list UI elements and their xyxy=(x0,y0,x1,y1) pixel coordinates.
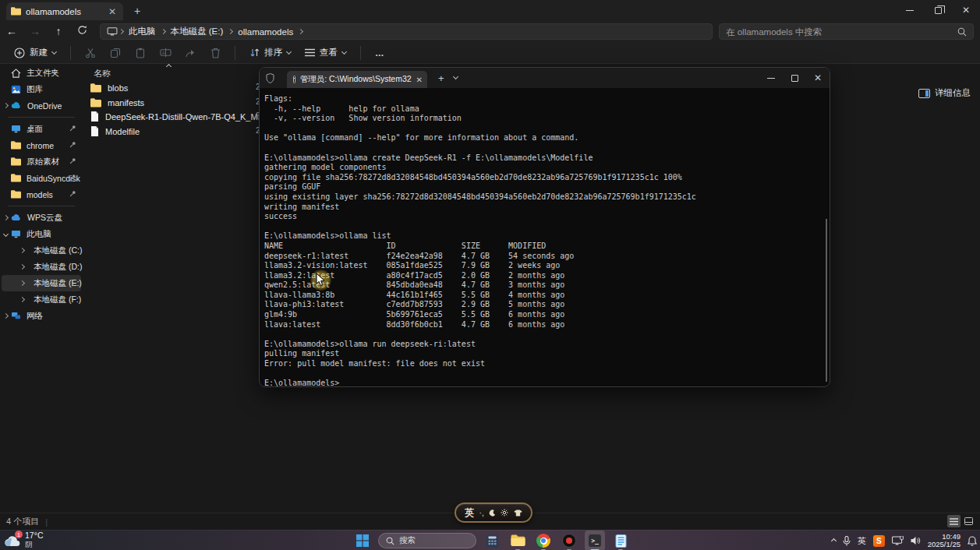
tab-close-icon[interactable]: ✕ xyxy=(106,6,119,17)
refresh-button[interactable] xyxy=(70,25,94,37)
desktop-icon xyxy=(11,125,21,133)
taskbar-app-terminal[interactable]: >_ xyxy=(585,531,605,550)
taskbar-app-chrome[interactable] xyxy=(533,531,554,550)
tray-ime-language[interactable]: 英 xyxy=(858,535,866,547)
forward-button[interactable]: → xyxy=(23,25,47,37)
breadcrumb[interactable]: 此电脑 本地磁盘 (E:) ollamamodels xyxy=(100,23,713,40)
file-row-blobs[interactable]: blobs xyxy=(86,80,128,95)
terminal-new-tab-button[interactable]: + xyxy=(438,72,444,84)
sidebar-item-home[interactable]: 主文件夹 xyxy=(2,65,81,81)
expand-chevron-icon[interactable] xyxy=(19,297,25,302)
cloud-icon xyxy=(11,214,22,221)
rename-button[interactable]: A xyxy=(154,44,177,62)
taskbar-search-label: 搜索 xyxy=(399,535,416,546)
sidebar-item-label: 网络 xyxy=(27,311,43,322)
terminal-close-button[interactable]: ✕ xyxy=(806,68,830,88)
breadcrumb-drive-e[interactable]: 本地磁盘 (E:) xyxy=(167,26,228,37)
ime-settings-gear-icon[interactable] xyxy=(501,509,508,517)
sidebar-item-chrome[interactable]: chrome xyxy=(2,137,81,153)
cast-display-icon[interactable] xyxy=(892,536,904,545)
paste-button[interactable] xyxy=(129,44,152,62)
copy-button[interactable] xyxy=(104,44,127,62)
file-row-modelfile[interactable]: Modelfile xyxy=(86,124,140,139)
weather-widget[interactable]: 1 17°C 阴 xyxy=(4,531,43,548)
sidebar-item-baidusyncdisk[interactable]: BaiduSyncdisk xyxy=(2,170,81,186)
breadcrumb-this-pc[interactable]: 此电脑 xyxy=(125,26,160,37)
toolbar-divider xyxy=(70,46,71,60)
sidebar-item-drive-e[interactable]: 本地磁盘 (E:) xyxy=(2,275,81,291)
expand-chevron-icon[interactable] xyxy=(19,264,25,270)
details-view-button[interactable] xyxy=(947,515,961,527)
microphone-icon[interactable] xyxy=(843,536,851,546)
new-tab-button[interactable]: + xyxy=(129,4,145,19)
terminal-output[interactable]: Flags: -h, --help help for ollama -v, --… xyxy=(260,88,830,386)
explorer-tab[interactable]: ollamamodels ✕ xyxy=(6,2,123,20)
view-button[interactable]: 查看 xyxy=(299,44,352,62)
start-button[interactable] xyxy=(352,531,373,550)
taskbar-app-recorder[interactable] xyxy=(559,531,579,550)
sidebar-item-models[interactable]: models xyxy=(2,186,81,203)
sogou-input-icon[interactable]: S xyxy=(873,535,885,547)
sidebar-item-label: 此电脑 xyxy=(27,229,51,240)
terminal-scrollbar[interactable] xyxy=(826,219,827,382)
ime-skin-icon[interactable] xyxy=(514,509,522,517)
speaker-icon[interactable] xyxy=(911,536,921,545)
restore-button[interactable] xyxy=(924,0,952,20)
chrome-icon xyxy=(536,534,550,548)
terminal-tab-dropdown-icon[interactable] xyxy=(453,74,458,79)
back-button[interactable]: ← xyxy=(0,25,23,37)
up-button[interactable]: ↑ xyxy=(47,25,70,37)
tray-overflow-chevron-icon[interactable] xyxy=(831,538,837,543)
explorer-search-input[interactable] xyxy=(726,27,957,37)
sidebar-item-desktop[interactable]: 桌面 xyxy=(2,121,81,137)
terminal-minimize-button[interactable] xyxy=(759,68,783,88)
explorer-tab-label: ollamamodels xyxy=(26,7,101,16)
file-row-manifests[interactable]: manifests xyxy=(86,95,144,110)
terminal-maximize-button[interactable] xyxy=(783,68,806,88)
clock[interactable]: 10:49 2025/1/25 xyxy=(928,533,961,549)
breadcrumb-ollamamodels[interactable]: ollamamodels xyxy=(234,27,297,37)
mouse-cursor xyxy=(316,273,326,287)
sidebar-item-this-pc[interactable]: 此电脑 xyxy=(2,226,81,242)
taskbar-app-file-explorer[interactable] xyxy=(508,531,528,550)
thumbnail-view-button[interactable] xyxy=(962,515,975,527)
taskbar-app-calculator[interactable] xyxy=(482,531,502,550)
delete-button[interactable] xyxy=(203,44,227,62)
sidebar-item-drive-c[interactable]: 本地磁盘 (C:) xyxy=(2,242,81,259)
close-button[interactable]: ✕ xyxy=(952,0,980,20)
file-row-gguf[interactable]: DeepSeek-R1-Distill-Qwen-7B-Q4_K_M.gguf xyxy=(86,109,277,124)
taskbar-search[interactable]: 搜索 xyxy=(378,533,476,548)
sort-button[interactable]: 排序 xyxy=(243,44,297,62)
expand-chevron-icon[interactable] xyxy=(3,215,9,220)
taskbar-app-notepad[interactable] xyxy=(610,531,631,550)
terminal-titlebar[interactable]: 管理员: C:\Windows\System32 ✕ + ✕ xyxy=(260,68,830,88)
ime-toolbar[interactable]: 英 ·, xyxy=(455,502,532,523)
expand-chevron-icon[interactable] xyxy=(3,313,9,319)
cut-button[interactable] xyxy=(79,44,102,62)
collapse-chevron-icon[interactable] xyxy=(3,231,9,237)
sidebar-item-wps-cloud[interactable]: WPS云盘 xyxy=(2,210,81,226)
terminal-tab[interactable]: 管理员: C:\Windows\System32 ✕ xyxy=(287,71,427,88)
share-button[interactable] xyxy=(179,44,202,62)
sidebar-item-onedrive[interactable]: OneDrive xyxy=(2,97,81,114)
sidebar-item-network[interactable]: 网络 xyxy=(2,308,81,324)
notification-bell-icon[interactable] xyxy=(968,536,977,546)
column-header-name[interactable]: 名称 xyxy=(94,68,111,79)
ime-fullwidth-moon-icon[interactable] xyxy=(489,509,496,517)
folder-icon xyxy=(90,98,101,108)
more-options-button[interactable]: … xyxy=(369,44,391,62)
expand-chevron-icon[interactable] xyxy=(19,280,25,286)
terminal-tab-close-icon[interactable]: ✕ xyxy=(416,76,423,84)
sidebar-item-drive-f[interactable]: 本地磁盘 (F:) xyxy=(2,291,81,308)
minimize-button[interactable] xyxy=(896,0,924,20)
sidebar-item-raw-materials[interactable]: 原始素材 xyxy=(2,153,81,170)
ime-language-mode[interactable]: 英 xyxy=(465,506,474,520)
sidebar-item-gallery[interactable]: 图库 xyxy=(2,81,81,97)
sidebar-item-drive-d[interactable]: 本地磁盘 (D:) xyxy=(2,259,81,275)
expand-chevron-icon[interactable] xyxy=(3,103,9,108)
ime-punctuation-toggle[interactable]: ·, xyxy=(479,509,484,517)
home-icon xyxy=(11,69,21,78)
new-button[interactable]: 新建 xyxy=(8,44,62,62)
expand-chevron-icon[interactable] xyxy=(19,248,25,253)
network-icon xyxy=(11,312,21,320)
